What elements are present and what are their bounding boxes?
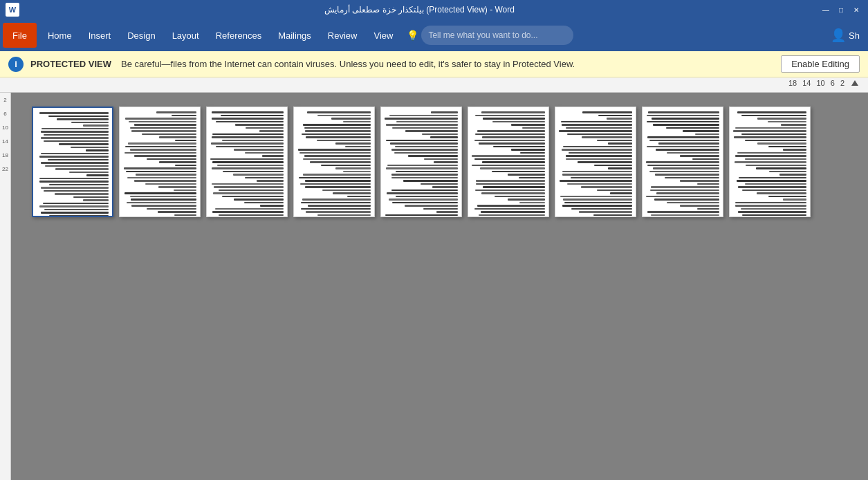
minimize-button[interactable]: — [820, 3, 832, 16]
pages-area [11, 93, 868, 480]
insert-menu[interactable]: Insert [80, 23, 120, 48]
design-menu[interactable]: Design [119, 23, 163, 48]
lightbulb-icon: 💡 [407, 30, 418, 41]
ruler-numbers: 18 14 10 6 2 [786, 79, 862, 89]
home-menu[interactable]: Home [39, 23, 80, 48]
search-wrapper[interactable] [421, 26, 573, 45]
main-area: 2 6 10 14 18 22 [0, 93, 868, 480]
menu-bar: File Home Insert Design Layout Reference… [0, 19, 868, 51]
info-icon: i [8, 57, 24, 72]
left-ruler: 2 6 10 14 18 22 [0, 93, 11, 480]
file-menu[interactable]: File [3, 23, 37, 48]
search-bar[interactable]: 💡 [407, 26, 820, 45]
page-thumb-5[interactable] [380, 107, 462, 217]
review-menu[interactable]: Review [320, 23, 366, 48]
title-bar-title: بیلتکذار خزة صطعلی أرمایش (Protected Vie… [19, 5, 820, 15]
svg-marker-0 [851, 80, 858, 86]
maximize-button[interactable]: □ [835, 3, 847, 16]
user-icon: 👤 [831, 28, 846, 43]
user-label: Sh [849, 30, 860, 41]
user-area[interactable]: 👤 Sh [825, 25, 865, 46]
ruler-num-6 [847, 79, 862, 89]
left-ruler-mark-5: 18 [0, 148, 10, 162]
references-menu[interactable]: References [207, 23, 270, 48]
window-controls[interactable]: — □ ✕ [820, 3, 862, 16]
left-ruler-mark-4: 14 [0, 134, 10, 148]
ruler-num-2: 14 [800, 79, 813, 89]
page-thumb-1[interactable] [32, 107, 113, 217]
mailings-menu[interactable]: Mailings [270, 23, 320, 48]
ruler-num-1: 18 [786, 79, 800, 89]
page-thumb-6[interactable] [468, 107, 549, 217]
page-thumb-9[interactable] [729, 107, 811, 217]
ruler: 18 14 10 6 2 [0, 77, 868, 93]
protected-view-bar: i PROTECTED VIEW Be careful—files from t… [0, 51, 868, 77]
enable-editing-button[interactable]: Enable Editing [781, 55, 860, 73]
left-ruler-mark-2: 6 [0, 107, 10, 120]
ruler-num-3: 10 [814, 79, 828, 89]
page-thumb-2[interactable] [119, 107, 201, 217]
title-bar-left: W [6, 3, 19, 17]
left-ruler-mark-6: 22 [0, 162, 10, 176]
protected-view-message: Be careful—files from the Internet can c… [121, 59, 774, 69]
layout-menu[interactable]: Layout [164, 23, 207, 48]
protected-view-label: PROTECTED VIEW [30, 59, 111, 69]
left-ruler-mark-1: 2 [0, 93, 10, 107]
title-bar: W بیلتکذار خزة صطعلی أرمایش (Protected V… [0, 0, 868, 19]
left-ruler-mark-3: 10 [0, 120, 10, 134]
page-thumb-7[interactable] [555, 107, 636, 217]
view-menu[interactable]: View [365, 23, 401, 48]
page-thumb-3[interactable] [206, 107, 288, 217]
page-thumb-8[interactable] [642, 107, 723, 217]
ruler-num-4: 6 [828, 79, 838, 89]
search-input[interactable] [421, 26, 573, 45]
ruler-num-5: 2 [838, 79, 847, 89]
word-app-icon: W [6, 3, 19, 17]
close-button[interactable]: ✕ [850, 3, 862, 16]
page-thumb-4[interactable] [293, 107, 375, 217]
